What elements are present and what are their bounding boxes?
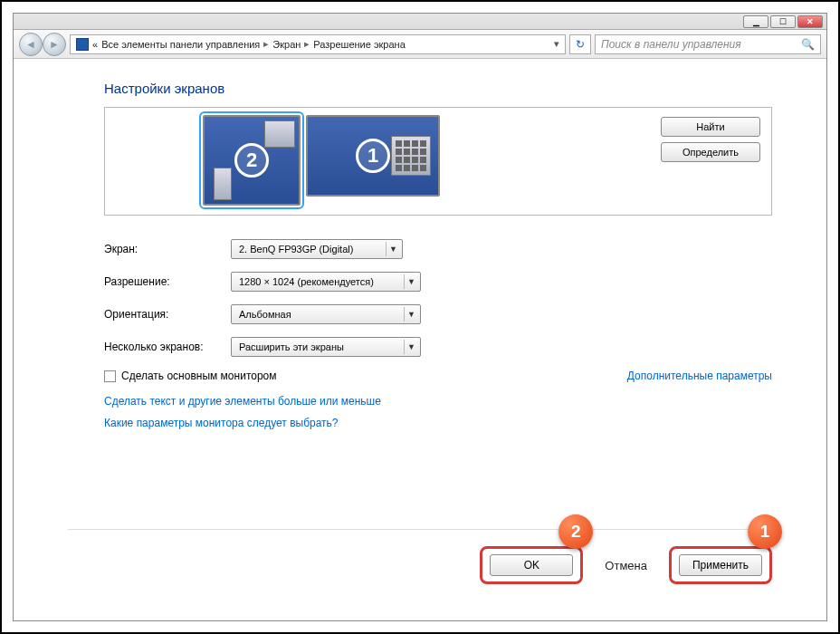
breadcrumb[interactable]: « Все элементы панели управления ▸ Экран… <box>70 34 566 54</box>
monitor-decor <box>391 136 431 176</box>
orientation-value: Альбомная <box>239 309 291 320</box>
detect-button[interactable]: Определить <box>661 142 760 162</box>
advanced-settings-link[interactable]: Дополнительные параметры <box>627 370 772 382</box>
text-size-link[interactable]: Сделать текст и другие элементы больше и… <box>104 395 772 408</box>
ok-button[interactable]: OK <box>490 554 573 576</box>
monitor-2[interactable]: 2 <box>203 115 301 206</box>
breadcrumb-dropdown-icon[interactable]: ▾ <box>554 38 559 50</box>
screen-select[interactable]: 2. BenQ FP93GP (Digital) ▼ <box>231 239 403 259</box>
chevron-right-icon: ▸ <box>263 38 269 50</box>
which-monitor-link[interactable]: Какие параметры монитора следует выбрать… <box>104 417 772 429</box>
breadcrumb-part[interactable]: Разрешение экрана <box>313 39 405 50</box>
breadcrumb-prefix: « <box>92 39 98 50</box>
orientation-label: Ориентация: <box>104 308 231 321</box>
monitor-decor <box>264 120 295 148</box>
chevron-down-icon: ▼ <box>404 340 418 354</box>
callout-badge-2: 2 <box>558 514 593 549</box>
apply-button[interactable]: Применить <box>679 554 762 576</box>
nav-back-button[interactable]: ◄ <box>19 33 43 56</box>
breadcrumb-part[interactable]: Экран <box>272 39 301 50</box>
maximize-button[interactable]: ☐ <box>770 15 796 28</box>
cancel-button[interactable]: Отмена <box>601 559 651 572</box>
chevron-down-icon: ▼ <box>404 274 418 289</box>
resolution-value: 1280 × 1024 (рекомендуется) <box>239 276 374 287</box>
control-panel-icon <box>76 38 89 51</box>
nav-forward-button[interactable]: ► <box>43 33 66 56</box>
chevron-down-icon: ▼ <box>386 242 400 256</box>
search-icon: 🔍 <box>801 38 815 51</box>
callout-highlight-ok: 2 OK <box>480 546 583 584</box>
multi-display-select[interactable]: Расширить эти экраны ▼ <box>231 337 421 357</box>
resolution-select[interactable]: 1280 × 1024 (рекомендуется) ▼ <box>231 272 421 292</box>
primary-monitor-checkbox[interactable] <box>104 370 116 382</box>
search-input[interactable]: Поиск в панели управления 🔍 <box>595 34 821 54</box>
screen-value: 2. BenQ FP93GP (Digital) <box>239 244 353 255</box>
refresh-button[interactable]: ↻ <box>569 34 591 54</box>
callout-badge-1: 1 <box>748 514 782 549</box>
find-button[interactable]: Найти <box>661 117 760 137</box>
breadcrumb-part[interactable]: Все элементы панели управления <box>101 39 260 50</box>
page-title: Настройки экранов <box>104 81 772 96</box>
chevron-right-icon: ▸ <box>304 38 310 50</box>
callout-highlight-apply: 1 Применить <box>669 546 772 584</box>
multi-value: Расширить эти экраны <box>239 341 344 352</box>
monitor-decor <box>214 168 232 200</box>
search-placeholder: Поиск в панели управления <box>601 38 741 51</box>
chevron-down-icon: ▼ <box>404 307 418 322</box>
primary-monitor-label: Сделать основным монитором <box>121 370 277 382</box>
close-button[interactable]: ✕ <box>797 15 823 28</box>
monitor-number-badge: 1 <box>356 139 390 173</box>
multi-label: Несколько экранов: <box>104 341 231 353</box>
monitor-1[interactable]: 1 <box>306 115 440 197</box>
orientation-select[interactable]: Альбомная ▼ <box>231 304 421 324</box>
resolution-label: Разрешение: <box>104 275 231 288</box>
monitor-arrangement-pane[interactable]: 2 1 Найти Определить <box>104 107 772 216</box>
minimize-button[interactable]: ▁ <box>743 15 768 28</box>
screen-label: Экран: <box>104 243 231 255</box>
monitor-number-badge: 2 <box>234 143 269 178</box>
